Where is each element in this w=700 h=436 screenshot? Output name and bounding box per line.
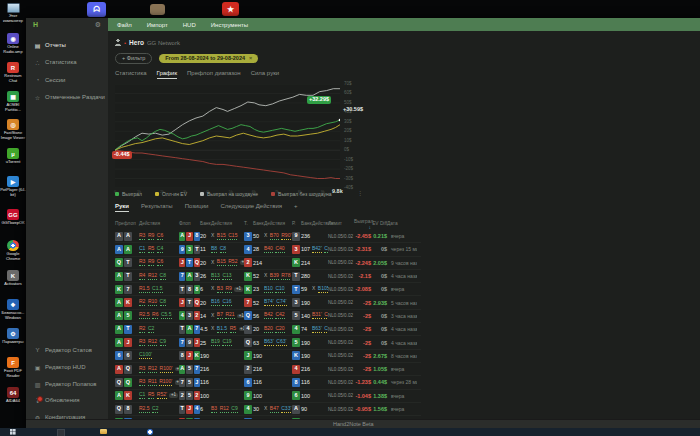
column-header-14[interactable]: Дата — [387, 221, 417, 226]
action-token: R100' — [159, 379, 172, 386]
sidebar-tool-2[interactable]: ▥Редактор Попапов — [34, 379, 97, 389]
hand-row[interactable]: Q8R2.5C2TJ46B3R12C9430XB47C33'A90NL0.05/… — [115, 403, 421, 416]
action-token: R2 — [139, 299, 145, 306]
sidebar-item-3[interactable]: ☆Отмеченные Раздачи — [34, 92, 105, 102]
turn-actions: B10C10 — [264, 286, 292, 293]
tab-3[interactable]: Сила руки — [251, 70, 279, 79]
menu-item-файл[interactable]: Файл — [117, 22, 132, 28]
date-filter-tag[interactable]: From 28-08-2024 to 29-08-2024 × — [159, 54, 258, 63]
ev-diff: 2.05$ — [371, 260, 387, 266]
column-header-6[interactable]: Банк — [253, 221, 264, 226]
desktop-icon-activators[interactable]: KActivators — [0, 270, 26, 287]
desktop-icon-radio[interactable]: ◉Online Radio.amp — [0, 33, 26, 54]
taskbar-chrome-icon[interactable] — [147, 429, 153, 435]
tab-1[interactable]: График — [157, 70, 178, 79]
sidebar-tool-1[interactable]: ▣Редактор HUD — [34, 362, 86, 372]
desktop-icon-restream[interactable]: RRestream Chat — [0, 62, 26, 83]
column-header-8[interactable]: Р. — [292, 221, 301, 226]
sidebar-item-1[interactable]: ∴Статистика — [34, 57, 77, 67]
legend-item[interactable]: Олл-ин EV — [155, 191, 187, 197]
river-pot: 190 — [301, 353, 312, 359]
hand-row[interactable]: AKR2R10C8JTQ20B16C16752B74'C74'3190NL0.0… — [115, 296, 421, 309]
hand-row[interactable]: 66C100'8JK190J190K190NL0.05/0.02-2$2.67$… — [115, 350, 421, 363]
hole-cards: AK — [115, 391, 139, 400]
action-token: R2.5 — [139, 406, 150, 413]
card-A: A — [124, 232, 132, 241]
sidebar-item-2[interactable]: ◔Сессии — [34, 75, 65, 85]
app-logo: H — [33, 21, 38, 28]
subtab-4[interactable]: + — [294, 203, 298, 212]
hand-row[interactable]: A5R2.5R6C5.543214XB7R21+1Q56B42C425140B3… — [115, 310, 421, 323]
column-header-10[interactable]: Действия — [312, 221, 328, 226]
sidebar-tool-0[interactable]: YРедактор Статов — [34, 345, 92, 355]
taskbar-start-icon[interactable] — [10, 429, 16, 435]
dark-app-glyph — [57, 429, 65, 436]
card-4: 4 — [244, 405, 252, 414]
subtab-0[interactable]: Руки — [115, 203, 129, 212]
card-5: 5 — [186, 365, 192, 374]
column-header-5[interactable]: Т. — [244, 221, 253, 226]
menu-item-инструменты[interactable]: Инструменты — [211, 22, 248, 28]
desktop-icon-faststone[interactable]: ◎FastStone Image Viewer — [0, 119, 26, 140]
tab-0[interactable]: Статистика — [115, 70, 147, 79]
menu-item-hud[interactable]: HUD — [183, 22, 196, 28]
column-header-4[interactable]: Действия — [211, 221, 244, 226]
column-header-11[interactable]: Лимит — [328, 221, 354, 226]
hand-row[interactable]: AAC1R5C493T11B8C8428B40C403107B42'C62NL0… — [115, 243, 421, 256]
column-header-12[interactable]: Выиграл ↓ — [354, 218, 371, 230]
legend-item[interactable]: Выиграл — [115, 191, 142, 197]
subtab-3[interactable]: Следующие Действия — [220, 203, 282, 212]
desktop-icon-ggpoker[interactable]: GGGGПокерОК — [0, 209, 26, 226]
tan-app-icon[interactable] — [150, 4, 165, 15]
column-header-1[interactable]: Действия — [139, 221, 179, 226]
column-header-13[interactable]: EV Diff — [371, 221, 387, 226]
card-9: 9 — [179, 245, 185, 254]
sidebar-item-0[interactable]: ▤Отчеты — [34, 40, 66, 50]
taskbar-dark-app-icon[interactable] — [57, 429, 65, 436]
subtab-2[interactable]: Позиции — [185, 203, 209, 212]
hand-row[interactable]: AQR3R12R100'+2A5721622164216NL0.05/0.02-… — [115, 363, 421, 376]
hand-row[interactable]: ATR2C2TA74.5XB1.5R5+1420B20C20474B63'C63… — [115, 323, 421, 336]
subtab-1[interactable]: Результаты — [141, 203, 173, 212]
desktop-icon-potplayer[interactable]: ▶PotPlayer (64-bit) — [0, 176, 26, 197]
column-header-0[interactable]: Префлоп — [115, 221, 139, 226]
tab-2[interactable]: Префлоп диапазон — [187, 70, 241, 79]
sidebar-gear-icon[interactable]: ⚙ — [95, 21, 101, 29]
desktop-icon-label: GGПокерОК — [0, 221, 26, 226]
hand-row[interactable]: AAR3R9C6AJ820XB15C15350XB70R90'+19236NL0… — [115, 230, 421, 243]
hand-row[interactable]: ATR4R12C87A326B13C13K52XB39R78+2T280NL0.… — [115, 270, 421, 283]
desktop-icon-aomei[interactable]: ▦AOMEI Partitio... — [0, 91, 26, 112]
taskbar-file-explorer-icon[interactable] — [100, 429, 107, 434]
add-filter-button[interactable]: + Фильтр — [115, 53, 152, 64]
card-2: 2 — [179, 391, 185, 400]
hand-row[interactable]: K7R1.5C1.5T886XB3R9+1K23B10C10T59XB105'C… — [115, 283, 421, 296]
desktop-icon-foxit[interactable]: FFoxit PDF Reader — [0, 357, 26, 378]
desktop-icon-chrome[interactable]: Google Chrome — [0, 240, 26, 261]
legend-more-icon[interactable]: ⋮ — [357, 189, 363, 196]
legend-item[interactable]: Выиграл на шоудауне — [200, 191, 258, 197]
column-header-7[interactable]: Действия — [264, 221, 292, 226]
limit-label: NL0.05/0.02 — [328, 340, 354, 345]
menu-item-импорт[interactable]: Импорт — [147, 22, 168, 28]
desktop-icon-aida64[interactable]: 64AIDA64 — [0, 387, 26, 404]
sidebar-item-icon: ☆ — [34, 94, 41, 101]
desktop-icon-utorrent[interactable]: µuTorrent — [0, 148, 26, 165]
star-app-icon[interactable]: ★ — [222, 2, 239, 16]
column-header-3[interactable]: Банк — [200, 221, 211, 226]
hand-row[interactable]: AKC1R5R52'+125210091006100NL0.05/0.02-1.… — [115, 390, 421, 403]
sidebar-tool-3[interactable]: ↧Обновления — [34, 395, 80, 405]
hand-row[interactable]: QQR3R11R100'+175J11661168116NL0.05/0.02-… — [115, 376, 421, 389]
river-pot: 74 — [301, 326, 312, 332]
column-header-9[interactable]: Банк — [301, 221, 312, 226]
hand-row[interactable]: AJR3R12C979J25B19C19Q63B63'C63'5190NL0.0… — [115, 336, 421, 349]
desktop-icon-settings[interactable]: ⚙Параметры — [0, 328, 26, 345]
remove-filter-icon[interactable]: × — [249, 55, 252, 61]
desktop-icon-computer[interactable]: Этот компьютер — [0, 3, 26, 23]
river-pot: 107 — [301, 246, 312, 252]
column-header-2[interactable]: Флоп — [179, 221, 200, 226]
preflop-actions: R2.5R6C5.5 — [139, 312, 179, 319]
discord-icon[interactable]: ᗣ — [87, 2, 106, 17]
legend-item[interactable]: Выиграл без шоудауна — [271, 191, 331, 197]
desktop-icon-defender[interactable]: ❖Безопасно... Windows — [0, 299, 26, 320]
hand-row[interactable]: QTR3R9C6JTQ20XB15R52+22214K214NL0.05/0.0… — [115, 257, 421, 270]
